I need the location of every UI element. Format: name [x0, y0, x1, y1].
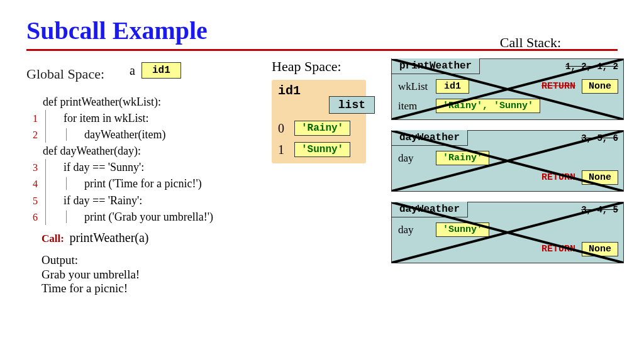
frame-val-id1: id1 — [436, 79, 469, 94]
heap-val-1: 'Sunny' — [294, 142, 350, 157]
code-l1: for item in wkList: — [64, 112, 148, 124]
heap-column: Heap Space: id1 list 0 'Rainy' 1 'Sunny' — [265, 58, 391, 296]
call-stack-label: Call Stack: — [500, 35, 561, 51]
output-line-2: Time for a picnic! — [42, 282, 265, 296]
left-column: Global Space: a id1 def printWeather(wkL… — [26, 58, 265, 296]
code-l3: if day == 'Sunny': — [64, 161, 144, 173]
lineno-4: 4 — [26, 177, 38, 191]
frame-row: RETURN None — [398, 242, 618, 256]
lineno-3: 3 — [26, 160, 38, 175]
return-val-1: None — [582, 170, 618, 185]
frame-row: RETURN None — [398, 170, 618, 185]
output-label: Output: — [42, 253, 265, 268]
global-space-row: Global Space: a id1 — [26, 58, 265, 82]
frame-nums-1: 3, 5, 6 — [581, 133, 618, 143]
heap-row-0: 0 'Rainy' — [278, 121, 361, 136]
code-def2: def dayWeather(day): — [43, 143, 141, 159]
heap-idx-0: 0 — [278, 121, 289, 136]
return-label-1: RETURN — [541, 172, 575, 183]
code-def1: def printWeather(wkList): — [43, 94, 161, 110]
frame-name-0: printWeather — [391, 58, 480, 74]
global-var-name: a — [130, 63, 135, 78]
frame-row: day 'Rainy' — [398, 151, 618, 165]
lineno-1: 1 — [26, 111, 38, 126]
code-block: def printWeather(wkList): 1for item in w… — [26, 94, 265, 296]
stack-frame-printweather: printWeather 1, 2, 1, 2 wkList id1 RETUR… — [391, 58, 624, 120]
lineno-2: 2 — [26, 128, 38, 142]
content-area: Global Space: a id1 def printWeather(wkL… — [0, 51, 644, 296]
code-l5: if day == 'Rainy': — [64, 194, 142, 207]
heap-space-label: Heap Space: — [272, 58, 391, 75]
lineno-5: 5 — [26, 194, 38, 208]
output-block: Output: Grab your umbrella! Time for a p… — [42, 253, 265, 296]
code-l4: print ('Time for a picnic!') — [84, 177, 202, 190]
frame-name-1: dayWeather — [391, 130, 468, 146]
heap-row-1: 1 'Sunny' — [278, 142, 361, 157]
call-line: Call: printWeather(a) — [26, 229, 265, 247]
output-line-1: Grab your umbrella! — [42, 268, 265, 282]
stack-frame-dayweather-1: dayWeather 3, 5, 6 day 'Rainy' RETURN No… — [391, 130, 624, 192]
global-var-id-box: id1 — [142, 62, 181, 79]
return-val-2: None — [582, 242, 618, 256]
return-val-0: None — [582, 79, 618, 94]
global-space-label: Global Space: — [26, 66, 104, 82]
frame-row: wkList id1 RETURN None — [398, 79, 618, 94]
heap-idx-1: 1 — [278, 143, 289, 157]
frame-var-day-2: day — [398, 224, 430, 236]
heap-object: id1 list 0 'Rainy' 1 'Sunny' — [272, 80, 366, 163]
code-l6: print ('Grab your umbrella!') — [84, 211, 213, 223]
frame-val-day-1: 'Rainy' — [436, 151, 489, 165]
frame-nums-2: 3, 4, 5 — [581, 205, 618, 215]
return-label-2: RETURN — [541, 244, 575, 255]
frame-var-day-1: day — [398, 152, 430, 165]
call-stack-column: Call Stack: printWeather 1, 2, 1, 2 wkLi… — [391, 58, 630, 296]
call-label: Call: — [42, 233, 64, 244]
lineno-6: 6 — [26, 210, 38, 224]
heap-type-tag: list — [329, 96, 375, 114]
heap-val-0: 'Rainy' — [294, 121, 350, 136]
code-l2: dayWeather(item) — [84, 128, 165, 141]
frame-val-item: 'Rainy', 'Sunny' — [436, 99, 540, 113]
frame-var-item: item — [398, 100, 430, 112]
frame-row: day 'Sunny' — [398, 222, 618, 237]
call-expr: printWeather(a) — [69, 231, 148, 244]
frame-name-2: dayWeather — [391, 202, 468, 217]
stack-frame-dayweather-2: dayWeather 3, 4, 5 day 'Sunny' RETURN No… — [391, 202, 624, 263]
frame-val-day-2: 'Sunny' — [436, 222, 489, 237]
return-label-0: RETURN — [541, 81, 575, 92]
frame-var-wklist: wkList — [398, 80, 430, 93]
frame-row: item 'Rainy', 'Sunny' — [398, 99, 618, 113]
frame-nums-0: 1, 2, 1, 2 — [565, 62, 618, 72]
